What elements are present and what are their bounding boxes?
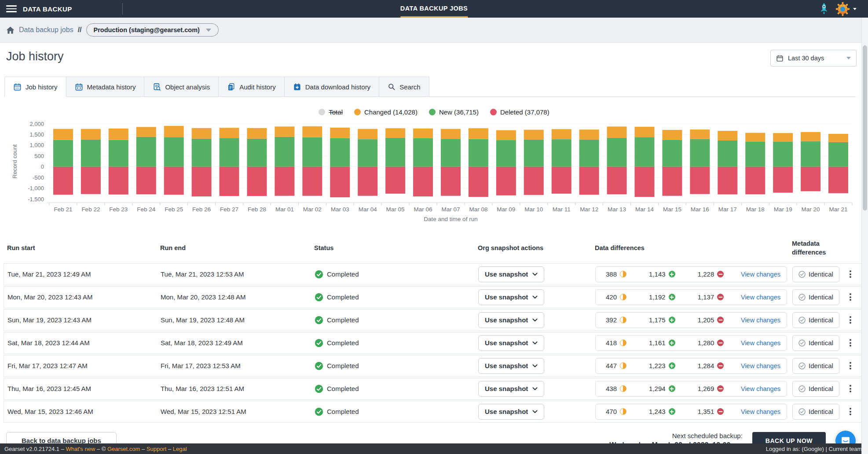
user-avatar-gear-icon[interactable] [835, 2, 857, 16]
row-actions-kebab-button[interactable] [846, 290, 855, 303]
run-end-value: Mon, Mar 20, 2023 12:48 AM [161, 293, 315, 301]
chart-bar-mar-04 [358, 129, 377, 196]
data-differences-box: 418 1,161 1,280 View changes [595, 335, 787, 351]
tab-audit-history[interactable]: Audit history [219, 77, 285, 97]
svg-text:Mar 15: Mar 15 [663, 206, 681, 213]
deleted-icon [717, 294, 724, 300]
scrollbar-thumb[interactable] [863, 45, 867, 210]
svg-text:Mar 05: Mar 05 [386, 206, 405, 213]
chart-bar-feb-22 [81, 129, 101, 194]
view-changes-link[interactable]: View changes [741, 271, 780, 278]
metadata-identical-badge[interactable]: Identical [792, 289, 839, 305]
use-snapshot-button[interactable]: Use snapshot [478, 289, 544, 305]
chevron-down-icon [532, 295, 538, 299]
new-icon [669, 317, 675, 323]
account-caret-icon [853, 8, 857, 10]
legend-item-total[interactable]: Total [319, 108, 343, 116]
chevron-down-icon [532, 364, 538, 368]
view-changes-link[interactable]: View changes [741, 294, 780, 301]
col-status: Status [314, 244, 478, 252]
deleted-icon [717, 317, 724, 323]
deleted-count: 1,205 [698, 316, 714, 324]
org-selector[interactable]: Production (staging@gearset.com) [86, 23, 219, 37]
hamburger-menu-icon[interactable] [6, 4, 17, 14]
use-snapshot-button[interactable]: Use snapshot [478, 335, 544, 351]
row-actions-kebab-button[interactable] [846, 336, 855, 349]
svg-text:Mar 20: Mar 20 [802, 206, 820, 213]
use-snapshot-button[interactable]: Use snapshot [478, 312, 544, 328]
new-count: 1,175 [649, 316, 666, 324]
svg-text:1,000: 1,000 [29, 142, 44, 148]
use-snapshot-button[interactable]: Use snapshot [478, 404, 544, 420]
run-start-value: Sun, Mar 19, 2023 12:43 AM [7, 316, 161, 324]
legend-item-deleted[interactable]: Deleted (37,078) [490, 108, 549, 116]
check-circle-icon [798, 385, 806, 392]
breadcrumb-separator: // [78, 26, 82, 34]
breadcrumb-root-link[interactable]: Data backup jobs [19, 26, 73, 34]
view-changes-link[interactable]: View changes [741, 340, 780, 347]
check-circle-icon [798, 408, 806, 415]
tab-search[interactable]: Search [379, 77, 429, 97]
view-changes-link[interactable]: View changes [741, 317, 780, 324]
changed-icon [620, 340, 626, 346]
view-changes-link[interactable]: View changes [741, 362, 780, 369]
changed-icon [620, 294, 626, 300]
use-snapshot-button[interactable]: Use snapshot [478, 266, 544, 282]
tab-data-download-history[interactable]: Data download history [285, 77, 379, 97]
whats-new-link[interactable]: What's new [66, 446, 95, 452]
search-icon [388, 83, 396, 91]
metadata-identical-badge[interactable]: Identical [792, 266, 839, 282]
metadata-identical-badge[interactable]: Identical [792, 335, 839, 351]
status-label: Completed [327, 385, 359, 392]
gearset-com-link[interactable]: Gearset.com [107, 446, 140, 452]
date-range-value: Last 30 days [788, 55, 842, 62]
table-row: Thu, Mar 16, 2023 12:45 AM Thu, Mar 16, … [4, 378, 864, 400]
chevron-down-icon [532, 410, 538, 413]
tab-object-analysis[interactable]: Object analysis [144, 77, 219, 97]
new-icon [669, 340, 675, 346]
use-snapshot-button[interactable]: Use snapshot [478, 381, 544, 397]
legend-item-new[interactable]: New (36,715) [429, 108, 479, 116]
row-actions-kebab-button[interactable] [846, 405, 855, 418]
metadata-identical-badge[interactable]: Identical [792, 358, 839, 374]
svg-text:Mar 13: Mar 13 [608, 206, 626, 213]
run-end-value: Sun, Mar 19, 2023 12:48 AM [161, 316, 315, 324]
rocket-icon[interactable] [819, 2, 829, 15]
status-label: Completed [327, 270, 359, 278]
chart-legend: TotalChanged (14,028)New (36,715)Deleted… [0, 108, 868, 116]
home-icon[interactable] [6, 26, 15, 34]
date-range-select[interactable]: Last 30 days [770, 50, 857, 66]
row-actions-kebab-button[interactable] [846, 313, 855, 326]
row-actions-kebab-button[interactable] [846, 359, 855, 372]
row-actions-kebab-button[interactable] [846, 382, 855, 395]
deleted-count: 1,351 [698, 408, 714, 415]
chevron-down-icon [532, 387, 538, 391]
tab-label: Job history [26, 83, 58, 91]
metadata-identical-badge[interactable]: Identical [792, 381, 839, 397]
view-changes-link[interactable]: View changes [741, 385, 780, 392]
chart-bar-mar-09 [496, 130, 516, 196]
svg-text:Mar 06: Mar 06 [414, 206, 432, 213]
legal-link[interactable]: Legal [173, 446, 187, 452]
check-circle-icon [798, 317, 806, 324]
support-link[interactable]: Support [146, 446, 167, 452]
row-actions-kebab-button[interactable] [846, 267, 855, 281]
view-changes-link[interactable]: View changes [741, 408, 780, 415]
table-row: Sun, Mar 19, 2023 12:43 AM Sun, Mar 19, … [4, 309, 864, 331]
data-differences-box: 420 1,192 1,137 View changes [595, 289, 787, 305]
svg-text:Mar 10: Mar 10 [524, 206, 543, 213]
data-differences-box: 470 1,243 1,351 View changes [595, 404, 787, 420]
use-snapshot-button[interactable]: Use snapshot [478, 358, 544, 374]
legend-item-changed[interactable]: Changed (14,028) [354, 108, 418, 116]
chevron-down-icon [846, 57, 851, 59]
vertical-scrollbar[interactable] [861, 18, 868, 454]
tab-job-history[interactable]: 101Job history [4, 77, 66, 97]
chart-bar-mar-20 [801, 132, 820, 191]
metadata-identical-badge[interactable]: Identical [792, 312, 839, 328]
completed-check-icon [315, 316, 323, 325]
org-selector-label: Production (staging@gearset.com) [94, 26, 200, 33]
metadata-identical-badge[interactable]: Identical [792, 404, 839, 420]
svg-text:Feb 23: Feb 23 [109, 206, 128, 213]
tab-metadata-history[interactable]: Metadata history [66, 77, 145, 97]
data-differences-box: 388 1,143 1,228 View changes [595, 266, 787, 282]
